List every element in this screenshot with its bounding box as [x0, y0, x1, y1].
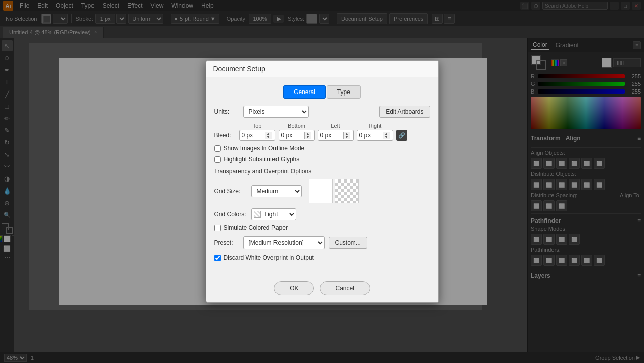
preset-label: Preset:	[214, 239, 239, 246]
bleed-top-input-wrap: ▲ ▼	[239, 130, 275, 141]
bleed-bottom-label: Bottom	[288, 123, 305, 129]
bleed-left-group: Left ▲ ▼	[318, 123, 354, 141]
bleed-bottom-spinner: ▲ ▼	[304, 132, 311, 139]
bleed-bottom-up[interactable]: ▲	[305, 132, 311, 135]
dialog-overlay: Document Setup General Type Units: Pixel…	[0, 0, 644, 363]
discard-overprint-checkbox[interactable]	[214, 255, 221, 261]
transparency-section-title: Transparency and Overprint Options	[214, 168, 430, 175]
bleed-top-spinner: ▲ ▼	[265, 132, 272, 139]
custom-btn[interactable]: Custom...	[329, 237, 367, 249]
bleed-bottom-down[interactable]: ▼	[305, 135, 311, 139]
preset-row: Preset: [Low Resolution] [Medium Resolut…	[214, 236, 430, 249]
discard-overprint-row: Discard White Overprint in Output	[214, 254, 430, 261]
grid-colors-row: Grid Colors: Light Medium Dark Custom	[214, 208, 430, 220]
grid-size-row: Grid Size: Small Medium Large	[214, 179, 430, 203]
bleed-label: Bleed:	[214, 123, 239, 139]
dialog-footer: OK Cancel	[206, 274, 438, 302]
show-images-checkbox[interactable]	[214, 145, 221, 152]
grid-preview	[309, 179, 359, 203]
document-setup-dialog: Document Setup General Type Units: Pixel…	[206, 60, 439, 303]
dialog-tab-general[interactable]: General	[283, 85, 326, 99]
grid-size-select[interactable]: Small Medium Large	[251, 185, 302, 197]
grid-checker-swatch	[335, 179, 359, 203]
bleed-top-input[interactable]	[240, 132, 265, 139]
bleed-right-label: Right	[369, 123, 382, 129]
dialog-tabs: General Type	[214, 85, 430, 99]
edit-artboards-btn[interactable]: Edit Artboards	[379, 106, 430, 118]
bleed-right-input-wrap: ▲ ▼	[357, 130, 393, 141]
bleed-bottom-input[interactable]	[279, 132, 304, 139]
highlight-glyphs-row: Highlight Substituted Glyphs	[214, 156, 430, 163]
cancel-btn[interactable]: Cancel	[320, 281, 370, 295]
bleed-top-label: Top	[253, 123, 262, 129]
units-row: Units: Pixels Points Picas Inches Millim…	[214, 106, 430, 118]
bleed-left-input[interactable]	[318, 132, 343, 139]
dialog-body: General Type Units: Pixels Points Picas …	[206, 77, 438, 274]
show-images-row: Show Images In Outline Mode	[214, 145, 430, 152]
bleed-left-input-wrap: ▲ ▼	[318, 130, 354, 141]
preset-select[interactable]: [Low Resolution] [Medium Resolution] [Hi…	[244, 237, 324, 249]
bleed-right-down[interactable]: ▼	[383, 135, 390, 139]
bleed-top-up[interactable]: ▲	[265, 132, 272, 135]
bleed-row: Bleed: Top ▲ ▼ Bottom	[214, 123, 430, 141]
grid-colors-label: Grid Colors:	[214, 211, 248, 218]
grid-white-swatch	[309, 179, 333, 203]
bleed-top-group: Top ▲ ▼	[239, 123, 275, 141]
grid-colors-select[interactable]: Light Medium Dark Custom	[263, 210, 296, 218]
preset-select-wrap: [Low Resolution] [Medium Resolution] [Hi…	[243, 236, 325, 249]
bleed-right-up[interactable]: ▲	[383, 132, 390, 135]
highlight-glyphs-label[interactable]: Highlight Substituted Glyphs	[224, 156, 300, 163]
bleed-bottom-input-wrap: ▲ ▼	[279, 130, 315, 141]
bleed-lock-btn[interactable]: 🔗	[396, 130, 407, 141]
ok-btn[interactable]: OK	[274, 281, 314, 295]
simulate-paper-checkbox[interactable]	[214, 225, 221, 231]
discard-overprint-label[interactable]: Discard White Overprint in Output	[224, 254, 314, 261]
bleed-right-spinner: ▲ ▼	[383, 132, 390, 139]
highlight-glyphs-checkbox[interactable]	[214, 156, 221, 163]
bleed-fields: Top ▲ ▼ Bottom	[239, 123, 430, 141]
bleed-bottom-group: Bottom ▲ ▼	[279, 123, 315, 141]
grid-color-mini-swatch	[254, 211, 261, 218]
bleed-left-up[interactable]: ▲	[344, 132, 350, 135]
grid-colors-select-wrap: Light Medium Dark Custom	[251, 208, 296, 220]
units-label: Units:	[214, 108, 239, 115]
bleed-right-input[interactable]	[357, 132, 383, 139]
units-select[interactable]: Pixels Points Picas Inches Millimeters C…	[243, 106, 309, 118]
grid-size-label: Grid Size:	[214, 188, 248, 195]
bleed-top-down[interactable]: ▼	[265, 135, 272, 139]
bleed-left-down[interactable]: ▼	[344, 135, 350, 139]
show-images-label[interactable]: Show Images In Outline Mode	[224, 145, 305, 152]
simulate-paper-row: Simulate Colored Paper	[214, 224, 430, 231]
dialog-title: Document Setup	[206, 61, 438, 77]
dialog-tab-type[interactable]: Type	[327, 85, 361, 99]
grid-size-group: Grid Size: Small Medium Large	[214, 185, 302, 197]
bleed-right-group: Right ▲ ▼	[357, 123, 393, 141]
bleed-left-spinner: ▲ ▼	[343, 132, 350, 139]
bleed-left-label: Left	[331, 123, 340, 129]
simulate-paper-label[interactable]: Simulate Colored Paper	[224, 224, 288, 231]
